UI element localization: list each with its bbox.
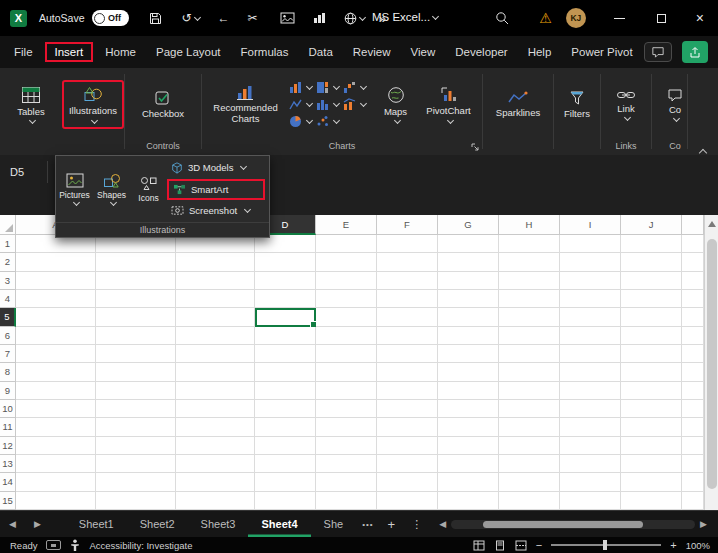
page-break-view-icon[interactable]	[515, 540, 527, 551]
cell-A14[interactable]	[16, 473, 96, 491]
avatar[interactable]: KJ	[566, 8, 586, 28]
cell-D11[interactable]	[255, 418, 316, 436]
comment-button-partial[interactable]: Co	[662, 84, 688, 126]
cell-B14[interactable]	[96, 473, 176, 491]
zoom-in-button[interactable]: +	[670, 539, 676, 551]
share-button[interactable]	[682, 41, 708, 63]
add-chart-icon[interactable]	[313, 12, 326, 24]
name-box[interactable]: D5	[0, 161, 48, 183]
cell-E1[interactable]	[316, 235, 377, 253]
cell-E15[interactable]	[316, 492, 377, 510]
tables-button[interactable]: Tables	[12, 82, 49, 128]
cell-C12[interactable]	[176, 437, 255, 455]
cell-F3[interactable]	[377, 272, 438, 290]
cell-E8[interactable]	[316, 363, 377, 381]
row-header-12[interactable]: 12	[0, 437, 16, 455]
cell-B4[interactable]	[96, 290, 176, 308]
cell-G11[interactable]	[438, 418, 499, 436]
cell-I8[interactable]	[560, 363, 621, 381]
column-header-G[interactable]: G	[438, 215, 499, 235]
cell-G12[interactable]	[438, 437, 499, 455]
cell-B3[interactable]	[96, 272, 176, 290]
cell-F8[interactable]	[377, 363, 438, 381]
cell-J11[interactable]	[621, 418, 682, 436]
cell-E7[interactable]	[316, 345, 377, 363]
cell-F13[interactable]	[377, 455, 438, 473]
cell-F5[interactable]	[377, 308, 438, 326]
icons-button[interactable]: Icons	[130, 156, 167, 222]
cell-G9[interactable]	[438, 382, 499, 400]
search-icon[interactable]	[495, 11, 509, 25]
maps-button[interactable]: Maps	[372, 82, 420, 128]
cell-D9[interactable]	[255, 382, 316, 400]
cell-F15[interactable]	[377, 492, 438, 510]
cell-B2[interactable]	[96, 253, 176, 271]
cell-J10[interactable]	[621, 400, 682, 418]
cell-D15[interactable]	[255, 492, 316, 510]
cell-E9[interactable]	[316, 382, 377, 400]
cell-A13[interactable]	[16, 455, 96, 473]
comments-panel-button[interactable]	[644, 42, 672, 62]
cell-C4[interactable]	[176, 290, 255, 308]
cell-E6[interactable]	[316, 327, 377, 345]
autosave-toggle[interactable]: Off	[92, 10, 129, 26]
cell-B10[interactable]	[96, 400, 176, 418]
cell-D3[interactable]	[255, 272, 316, 290]
cell-C3[interactable]	[176, 272, 255, 290]
row-header-3[interactable]: 3	[0, 272, 16, 290]
cell-D4[interactable]	[255, 290, 316, 308]
cell-G13[interactable]	[438, 455, 499, 473]
hierarchy-chart-button[interactable]	[316, 81, 339, 94]
normal-view-icon[interactable]	[473, 540, 485, 551]
cell-A10[interactable]	[16, 400, 96, 418]
cell-B9[interactable]	[96, 382, 176, 400]
cell-G15[interactable]	[438, 492, 499, 510]
cell-G1[interactable]	[438, 235, 499, 253]
cell-E12[interactable]	[316, 437, 377, 455]
maximize-button[interactable]	[657, 14, 666, 23]
pictures-button[interactable]: Pictures	[56, 156, 93, 222]
cell-G4[interactable]	[438, 290, 499, 308]
statistical-chart-button[interactable]	[316, 98, 339, 111]
cell-G7[interactable]	[438, 345, 499, 363]
cell-I11[interactable]	[560, 418, 621, 436]
cell-C8[interactable]	[176, 363, 255, 381]
cell-C10[interactable]	[176, 400, 255, 418]
cell-F1[interactable]	[377, 235, 438, 253]
cell-C11[interactable]	[176, 418, 255, 436]
cell-H6[interactable]	[499, 327, 560, 345]
cell-I2[interactable]	[560, 253, 621, 271]
pie-chart-button[interactable]	[289, 115, 312, 128]
cell-B15[interactable]	[96, 492, 176, 510]
page-layout-view-icon[interactable]	[494, 540, 506, 551]
cell-H1[interactable]	[499, 235, 560, 253]
cell-H8[interactable]	[499, 363, 560, 381]
column-header-J[interactable]: J	[621, 215, 682, 235]
cell-B11[interactable]	[96, 418, 176, 436]
cell-J9[interactable]	[621, 382, 682, 400]
accessibility-status[interactable]: Accessibility: Investigate	[89, 540, 192, 551]
tab-power-pivot[interactable]: Power Pivot	[561, 42, 642, 62]
pivotchart-button[interactable]: PivotChart	[422, 82, 476, 127]
cell-C6[interactable]	[176, 327, 255, 345]
tab-overflow-button[interactable]: •••	[356, 520, 379, 529]
cell-I15[interactable]	[560, 492, 621, 510]
sheet-tab-partial[interactable]: She	[311, 511, 357, 537]
cell-F7[interactable]	[377, 345, 438, 363]
cell-J12[interactable]	[621, 437, 682, 455]
filters-button[interactable]: Filters	[559, 86, 595, 124]
cell-I7[interactable]	[560, 345, 621, 363]
illustrations-button[interactable]: Illustrations	[62, 80, 124, 129]
add-sheet-button[interactable]: +	[380, 517, 404, 532]
tab-formulas[interactable]: Formulas	[231, 42, 299, 62]
cell-F11[interactable]	[377, 418, 438, 436]
row-header-7[interactable]: 7	[0, 345, 16, 363]
horizontal-scroll-track[interactable]	[451, 520, 695, 529]
line-chart-button[interactable]	[289, 98, 312, 111]
horizontal-scroll-thumb[interactable]	[483, 521, 643, 528]
cell-H10[interactable]	[499, 400, 560, 418]
sheet-tab-sheet3[interactable]: Sheet3	[188, 511, 249, 537]
undo-icon[interactable]: ↺	[182, 12, 200, 24]
cell-J7[interactable]	[621, 345, 682, 363]
cell-A12[interactable]	[16, 437, 96, 455]
